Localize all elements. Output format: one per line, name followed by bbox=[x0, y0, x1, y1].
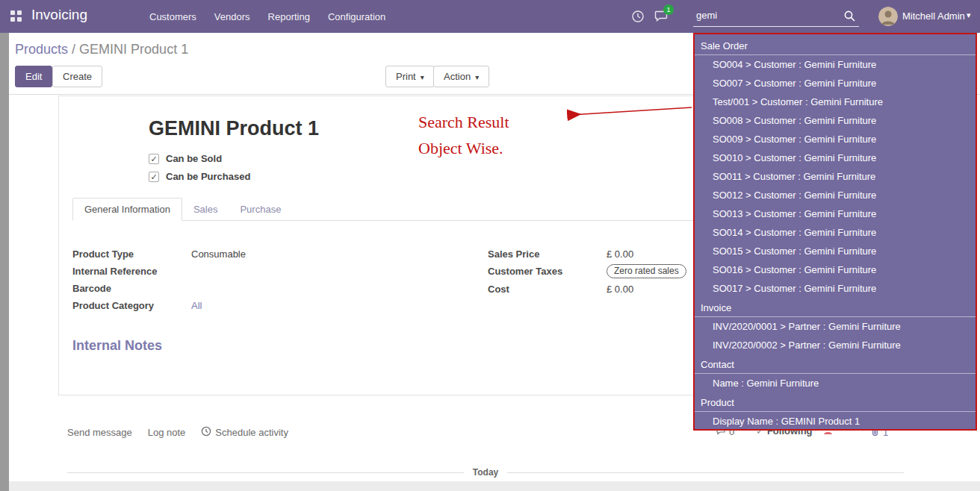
search-result-item[interactable]: INV/2020/0002 > Partner : Gemini Furnitu… bbox=[695, 336, 976, 354]
navbar-search-box bbox=[693, 6, 859, 27]
breadcrumb-current: GEMINI Product 1 bbox=[79, 42, 188, 57]
search-result-item[interactable]: SO015 > Customer : Gemini Furniture bbox=[695, 242, 976, 260]
edit-button[interactable]: Edit bbox=[15, 66, 52, 87]
tab-general-information[interactable]: General Information bbox=[72, 198, 182, 221]
annotation-line-1: Search Result bbox=[418, 109, 509, 135]
field-row: Product TypeConsumable bbox=[72, 247, 431, 260]
checkbox-can-be-sold[interactable]: ✓ bbox=[149, 154, 159, 164]
date-divider-label: Today bbox=[473, 467, 498, 478]
checkbox-label-can-be-purchased: Can be Purchased bbox=[166, 171, 250, 182]
clock-icon bbox=[201, 426, 211, 439]
search-result-item[interactable]: SO012 > Customer : Gemini Furniture bbox=[695, 186, 976, 204]
create-button[interactable]: Create bbox=[52, 66, 102, 87]
messages-bubble-icon[interactable]: 1 bbox=[654, 10, 669, 25]
send-message-link[interactable]: Send message bbox=[67, 426, 132, 439]
activity-clock-icon[interactable] bbox=[631, 10, 645, 26]
breadcrumb-products-link[interactable]: Products bbox=[15, 42, 68, 57]
breadcrumb-separator: / bbox=[72, 42, 79, 57]
search-group-header-invoice: Invoice bbox=[695, 299, 976, 317]
internal-notes-heading: Internal Notes bbox=[72, 338, 162, 354]
navbar-menus: CustomersVendorsReportingConfiguration bbox=[140, 0, 394, 33]
search-results-dropdown: Sale OrderSO004 > Customer : Gemini Furn… bbox=[693, 33, 977, 431]
search-icon[interactable] bbox=[843, 10, 856, 25]
print-button-label: Print bbox=[396, 71, 416, 82]
search-result-item[interactable]: SO009 > Customer : Gemini Furniture bbox=[695, 130, 976, 148]
field-row: Barcode bbox=[72, 281, 431, 295]
tab-purchase[interactable]: Purchase bbox=[229, 198, 292, 220]
search-result-item[interactable]: SO007 > Customer : Gemini Furniture bbox=[695, 74, 976, 93]
fields-left-column: Product TypeConsumableInternal Reference… bbox=[72, 247, 431, 316]
field-value-customer-taxes: Zero rated sales bbox=[607, 264, 686, 278]
nav-menu-customers[interactable]: Customers bbox=[140, 11, 205, 22]
field-row: Internal Reference bbox=[72, 264, 431, 278]
date-divider: Today bbox=[67, 467, 904, 478]
field-label-sales-price: Sales Price bbox=[488, 248, 607, 260]
chatter-actions: Send message Log note Schedule activity bbox=[67, 426, 288, 439]
checkbox-row: ✓Can be Purchased bbox=[149, 171, 250, 182]
top-navbar: Invoicing CustomersVendorsReportingConfi… bbox=[0, 0, 980, 33]
field-label-product-category: Product Category bbox=[72, 300, 191, 311]
search-result-item[interactable]: SO013 > Customer : Gemini Furniture bbox=[695, 204, 976, 223]
search-result-item[interactable]: SO014 > Customer : Gemini Furniture bbox=[695, 223, 976, 242]
user-menu[interactable]: Mitchell Admin bbox=[902, 10, 965, 22]
field-row: Product CategoryAll bbox=[72, 298, 431, 312]
field-label-barcode: Barcode bbox=[72, 283, 191, 294]
field-value-cost: £ 0.00 bbox=[607, 284, 633, 295]
search-result-item[interactable]: Display Name : GEMINI Product 1 bbox=[695, 412, 976, 431]
search-result-item[interactable]: Test/001 > Customer : Gemini Furniture bbox=[695, 93, 976, 111]
search-input[interactable] bbox=[693, 6, 837, 25]
print-button[interactable]: Print▾ bbox=[385, 66, 435, 87]
field-label-product-type: Product Type bbox=[72, 248, 191, 260]
breadcrumb: Products / GEMINI Product 1 bbox=[15, 42, 188, 57]
chevron-down-icon: ▾ bbox=[475, 73, 479, 81]
left-edge-strip bbox=[0, 33, 9, 491]
schedule-activity-label: Schedule activity bbox=[215, 427, 288, 438]
checkbox-label-can-be-sold: Can be Sold bbox=[166, 153, 222, 164]
bottom-strip bbox=[9, 481, 980, 491]
search-group-header-contact: Contact bbox=[695, 356, 976, 374]
product-flags: ✓Can be Sold✓Can be Purchased bbox=[149, 153, 250, 189]
search-result-item[interactable]: Name : Gemini Furniture bbox=[695, 374, 976, 393]
checkbox-can-be-purchased[interactable]: ✓ bbox=[149, 172, 159, 182]
checkbox-row: ✓Can be Sold bbox=[149, 153, 250, 164]
annotation-arrow bbox=[562, 101, 695, 124]
field-value-sales-price: £ 0.00 bbox=[607, 248, 633, 260]
action-button-label: Action bbox=[444, 71, 471, 82]
product-title: GEMINI Product 1 bbox=[149, 117, 319, 140]
user-avatar[interactable] bbox=[878, 7, 898, 26]
search-group-header-product: Product bbox=[695, 394, 976, 412]
app-name[interactable]: Invoicing bbox=[31, 7, 87, 23]
tab-sales[interactable]: Sales bbox=[182, 198, 229, 220]
action-button[interactable]: Action▾ bbox=[433, 66, 489, 87]
log-note-link[interactable]: Log note bbox=[148, 426, 186, 439]
search-result-item[interactable]: SO011 > Customer : Gemini Furniture bbox=[695, 167, 976, 186]
nav-menu-configuration[interactable]: Configuration bbox=[319, 11, 394, 22]
field-label-internal-reference: Internal Reference bbox=[72, 266, 191, 277]
user-menu-caret-icon[interactable]: ▾ bbox=[967, 10, 971, 20]
field-value-product-category[interactable]: All bbox=[191, 300, 202, 311]
field-label-customer-taxes: Customer Taxes bbox=[488, 266, 607, 277]
annotation-line-2: Object Wise. bbox=[418, 135, 509, 161]
annotation-text: Search Result Object Wise. bbox=[418, 109, 509, 161]
field-label-cost: Cost bbox=[488, 284, 607, 295]
search-result-item[interactable]: SO010 > Customer : Gemini Furniture bbox=[695, 148, 976, 167]
chevron-down-icon: ▾ bbox=[421, 73, 424, 81]
nav-menu-vendors[interactable]: Vendors bbox=[205, 11, 259, 22]
apps-grid-icon[interactable] bbox=[10, 10, 22, 25]
search-result-item[interactable]: SO004 > Customer : Gemini Furniture bbox=[695, 55, 976, 74]
message-count-badge: 1 bbox=[663, 4, 674, 15]
search-result-item[interactable]: SO008 > Customer : Gemini Furniture bbox=[695, 111, 976, 130]
search-result-item[interactable]: SO016 > Customer : Gemini Furniture bbox=[695, 260, 976, 279]
schedule-activity-link[interactable]: Schedule activity bbox=[201, 426, 288, 439]
search-result-item[interactable]: SO017 > Customer : Gemini Furniture bbox=[695, 279, 976, 298]
search-result-item[interactable]: INV/2020/0001 > Partner : Gemini Furnitu… bbox=[695, 317, 976, 336]
search-group-header-sale-order: Sale Order bbox=[695, 37, 976, 55]
nav-menu-reporting[interactable]: Reporting bbox=[259, 11, 319, 22]
field-value-product-type: Consumable bbox=[191, 248, 246, 260]
